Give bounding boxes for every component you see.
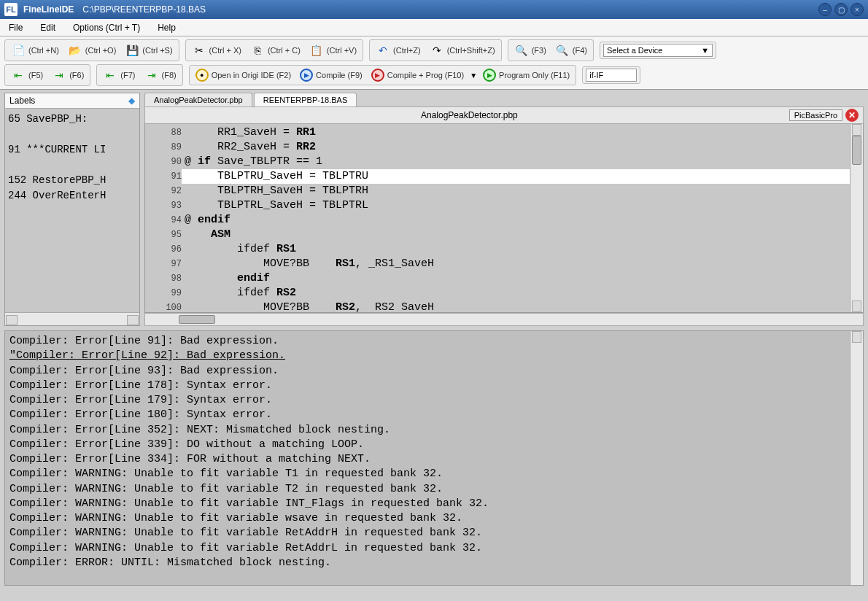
menu-edit[interactable]: Edit: [37, 21, 58, 34]
compile-prog-button[interactable]: ▶Compile + Prog (F10): [368, 67, 467, 83]
toolbars: 📄 (Ctrl +N) 📂 (Ctrl +O) 💾 (Ctrl +S) ✂ (C…: [0, 36, 868, 90]
labels-item[interactable]: 152 RestorePBP_H: [8, 173, 136, 188]
maximize-button[interactable]: ▢: [834, 3, 848, 16]
open-orig-label: Open in Origi IDE (F2): [212, 71, 291, 80]
new-label: (Ctrl +N): [28, 46, 59, 55]
redo-icon: ↷: [430, 43, 444, 58]
titlebar: FL FineLineIDE C:\PBP\REENTERPBP-18.BAS …: [0, 0, 868, 19]
code-line[interactable]: TBLPTRL_SaveH = TBLPTRL: [182, 198, 850, 213]
code-line[interactable]: MOVE?BB RS2, RS2 SaveH: [182, 300, 850, 313]
compile-button[interactable]: ▶Compile (F9): [297, 67, 365, 83]
code-line[interactable]: RR1_SaveH = RR1: [182, 125, 850, 140]
f8-label: (F8): [162, 71, 177, 80]
cut-button[interactable]: ✂ (Ctrl + X): [189, 42, 244, 59]
output-line: Compiler: WARNING: Unable to fit variabl…: [9, 467, 859, 481]
output-line: Compiler: Error[Line 180]: Syntax error.: [9, 408, 859, 422]
menubar: File Edit Options (Ctrl + T) Help: [0, 19, 868, 36]
copy-icon: ⎘: [250, 43, 265, 58]
code-line[interactable]: TBLPTRH_SaveH = TBLPTRH: [182, 184, 850, 198]
code-line[interactable]: ASM: [182, 228, 850, 242]
code-line[interactable]: ifdef RS2: [182, 286, 850, 300]
code-area[interactable]: RR1_SaveH = RR1 RR2_SaveH = RR2@ if Save…: [182, 124, 850, 312]
labels-item[interactable]: 65 SavePBP_H:: [8, 112, 136, 127]
program-only-button[interactable]: ▶Program Only (F11): [480, 67, 573, 83]
open-button[interactable]: 📂 (Ctrl +O): [65, 42, 119, 59]
indent-icon: ⇥: [52, 68, 66, 82]
window-buttons: – ▢ ×: [818, 3, 864, 16]
output-line: Compiler: Error[Line 339]: DO without a …: [9, 438, 859, 452]
close-button[interactable]: ×: [850, 3, 864, 16]
code-line[interactable]: MOVE?BB RS1, _RS1_SaveH: [182, 257, 850, 271]
outdent-right-button[interactable]: ⇥(F8): [142, 66, 179, 84]
editor-panel: AnalogPeakDetector.pbp REENTERPBP-18.BAS…: [144, 93, 864, 326]
compile-label: Compile (F9): [316, 71, 363, 80]
f7-label: (F7): [120, 71, 135, 80]
labels-list[interactable]: 65 SavePBP_H: 91 ***CURRENT LI 152 Resto…: [5, 109, 139, 312]
labels-item[interactable]: 91 ***CURRENT LI: [8, 142, 136, 158]
save-button[interactable]: 💾 (Ctrl +S): [122, 42, 175, 59]
output-line: Compiler: Error[Line 179]: Syntax error.: [9, 393, 859, 408]
menu-help[interactable]: Help: [155, 21, 179, 34]
if-input[interactable]: if-IF: [586, 69, 637, 82]
tab-analog[interactable]: AnalogPeakDetector.pbp: [144, 93, 252, 106]
chevron-down-icon[interactable]: ▼: [470, 71, 477, 80]
save-label: (Ctrl +S): [142, 46, 172, 55]
labels-header[interactable]: Labels ◆: [5, 93, 139, 109]
output-panel[interactable]: Compiler: Error[Line 91]: Bad expression…: [4, 330, 864, 586]
compile-prog-label: Compile + Prog (F10): [387, 71, 464, 80]
indent-icon: ⇤: [11, 68, 26, 82]
undo-button[interactable]: ↶ (Ctrl+Z): [373, 42, 424, 59]
editor-tabs: AnalogPeakDetector.pbp REENTERPBP-18.BAS: [144, 93, 864, 106]
open-label: (Ctrl +O): [85, 46, 116, 55]
labels-hscroll[interactable]: [5, 312, 139, 325]
menu-file[interactable]: File: [6, 21, 26, 34]
toolbar-row-2: ⇤(F5) ⇥(F6) ⇤(F7) ⇥(F8) ●Open in Origi I…: [4, 64, 864, 86]
paste-button[interactable]: 📋 (Ctrl +V): [306, 42, 360, 59]
output-line: Compiler: ERROR: UNTIL: Mismatched block…: [9, 556, 859, 570]
code-line[interactable]: @ endif: [182, 213, 850, 228]
f5-label: (F5): [28, 71, 43, 80]
open-orig-ide-button[interactable]: ●Open in Origi IDE (F2): [193, 67, 294, 83]
code-line[interactable]: ifdef RS1: [182, 242, 850, 257]
code-line[interactable]: @ if Save_TBLPTR == 1: [182, 155, 850, 169]
file-path: C:\PBP\REENTERPBP-18.BAS: [82, 4, 206, 15]
code-line[interactable]: endif: [182, 271, 850, 286]
close-tab-button[interactable]: ✕: [845, 109, 859, 122]
labels-item[interactable]: [8, 127, 136, 142]
output-line: Compiler: Error[Line 93]: Bad expression…: [9, 364, 859, 379]
compile-icon: ▶: [300, 69, 313, 82]
find-button[interactable]: 🔍 (F3): [511, 42, 549, 59]
indent-left-button[interactable]: ⇤(F5): [8, 66, 46, 84]
tab-reenter[interactable]: REENTERPBP-18.BAS: [254, 93, 357, 106]
find-next-button[interactable]: 🔍 (F4): [552, 42, 590, 59]
editor-subheader: AnalogPeakDetector.pbp PicBasicPro ✕: [144, 106, 864, 124]
new-button[interactable]: 📄 (Ctrl +N): [8, 42, 62, 59]
output-line: Compiler: Error[Line 91]: Bad expression…: [9, 334, 859, 349]
editor-vscroll[interactable]: [850, 124, 863, 312]
copy-label: (Ctrl + C): [268, 46, 301, 55]
output-line: Compiler: WARNING: Unable to fit variabl…: [9, 526, 859, 540]
labels-item[interactable]: [8, 158, 136, 173]
menu-options[interactable]: Options (Ctrl + T): [70, 21, 143, 34]
output-vscroll[interactable]: [850, 331, 863, 585]
copy-button[interactable]: ⎘ (Ctrl + C): [247, 42, 303, 59]
code-line[interactable]: TBLPTRU_SaveH = TBLPTRU: [182, 169, 850, 184]
outdent-button[interactable]: ⇤(F7): [100, 66, 138, 84]
toolbar-row-1: 📄 (Ctrl +N) 📂 (Ctrl +O) 💾 (Ctrl +S) ✂ (C…: [4, 39, 864, 61]
device-select[interactable]: Select a Device ▼: [603, 44, 713, 57]
minimize-button[interactable]: –: [818, 3, 832, 16]
code-editor[interactable]: 888990919293949596979899100 RR1_SaveH = …: [144, 124, 864, 313]
code-line[interactable]: RR2_SaveH = RR2: [182, 140, 850, 155]
find-next-label: (F4): [573, 46, 587, 55]
editor-hscroll[interactable]: [144, 313, 864, 326]
undo-label: (Ctrl+Z): [393, 46, 421, 55]
outdent-icon: ⇤: [103, 68, 117, 82]
labels-item[interactable]: 244 OverReEnterH: [8, 188, 136, 203]
indent-right-button[interactable]: ⇥(F6): [49, 66, 87, 84]
redo-button[interactable]: ↷ (Ctrl+Shift+Z): [427, 42, 498, 59]
labels-title: Labels: [9, 96, 35, 106]
app-logo-icon: FL: [4, 3, 18, 16]
language-selector[interactable]: PicBasicPro: [789, 109, 842, 121]
app-title: FineLineIDE: [23, 4, 74, 15]
output-line: Compiler: WARNING: Unable to fit variabl…: [9, 482, 859, 497]
